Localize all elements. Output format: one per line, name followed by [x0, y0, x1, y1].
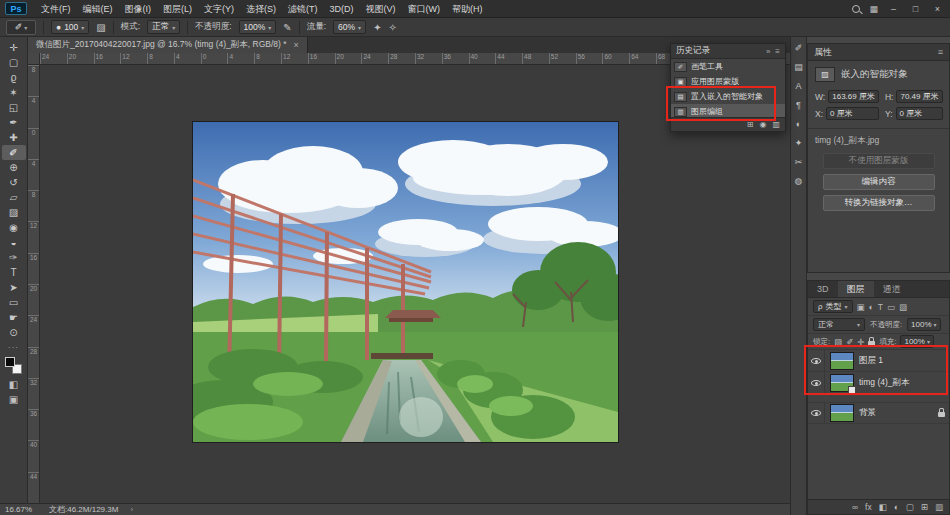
layer-thumbnail[interactable] — [830, 404, 854, 422]
rect-marquee-tool[interactable]: ▢ — [2, 55, 26, 70]
lock-all-icon[interactable] — [868, 341, 875, 346]
brush-settings-panel-icon[interactable]: ✐ — [795, 44, 803, 53]
panel-menu-icon[interactable]: ≡ — [938, 47, 943, 57]
zoom-level-field[interactable]: 16.67% — [5, 505, 37, 514]
brush-tool[interactable]: ✐ — [2, 145, 26, 160]
type-tool[interactable]: T — [2, 265, 26, 280]
panel-tab[interactable]: 3D — [808, 281, 838, 297]
menu-item[interactable]: 帮助(H) — [446, 0, 489, 18]
tool-preset-picker[interactable]: ✐ ▾ — [6, 20, 36, 35]
gradient-tool[interactable]: ▨ — [2, 205, 26, 220]
history-entry[interactable]: ▣ 应用图层蒙版 — [671, 74, 785, 89]
adjustment-layer-icon[interactable]: ◐ — [894, 503, 899, 512]
ruler-origin[interactable] — [28, 53, 40, 65]
dodge-tool[interactable]: ◒ — [2, 235, 26, 250]
brush-settings-toggle-icon[interactable]: ▨ — [96, 22, 105, 33]
pressure-opacity-icon[interactable]: ✎ — [283, 22, 291, 33]
new-group-icon[interactable]: ▢ — [906, 503, 914, 512]
menu-item[interactable]: 3D(D) — [324, 0, 360, 18]
lock-position-icon[interactable]: ✛ — [857, 337, 864, 347]
layer-opacity-field[interactable]: 100% ▾ — [907, 318, 940, 331]
height-field[interactable]: 70.49 厘米 — [896, 90, 942, 103]
lock-pixels-icon[interactable]: ✐ — [846, 337, 853, 347]
clone-stamp-tool[interactable]: ⊕ — [2, 160, 26, 175]
layer-blend-mode-select[interactable]: 正常 ▾ — [813, 318, 865, 331]
layer-effects-icon[interactable]: fx — [865, 503, 872, 512]
menu-item[interactable]: 图层(L) — [157, 0, 198, 18]
workspace-switcher-icon[interactable]: ▦ — [869, 4, 878, 14]
close-button[interactable]: × — [931, 4, 944, 14]
document-tab[interactable]: 微信图片_20170404220017.jpg @ 16.7% (timg (4… — [28, 37, 308, 53]
y-field[interactable]: 0 厘米 — [896, 107, 943, 120]
blend-mode-select[interactable]: 正常 ▾ — [147, 20, 180, 34]
new-layer-icon[interactable]: ⊞ — [921, 503, 928, 512]
airbrush-icon[interactable]: ✦ — [373, 22, 381, 33]
fill-field[interactable]: 100% ▾ — [900, 335, 933, 348]
navigator-panel-icon[interactable]: ◍ — [795, 177, 803, 186]
filter-type-layers-icon[interactable]: T — [878, 302, 883, 312]
restore-button[interactable]: □ — [909, 4, 922, 14]
filter-shape-layers-icon[interactable]: ▭ — [887, 302, 895, 312]
smoothing-icon[interactable]: ✧ — [389, 22, 397, 33]
filter-smart-objects-icon[interactable]: ▨ — [899, 302, 907, 312]
eyedropper-tool[interactable]: ✒ — [2, 115, 26, 130]
collapse-panel-icon[interactable]: » — [766, 47, 770, 56]
layer-thumbnail[interactable] — [830, 352, 854, 370]
flow-select[interactable]: 60% ▾ — [333, 20, 366, 34]
paragraph-panel-icon[interactable]: ¶ — [796, 101, 801, 110]
filter-adjustment-layers-icon[interactable]: ◐ — [869, 302, 874, 312]
adjustments-panel-icon[interactable]: ◐ — [796, 120, 801, 129]
swatches-panel-icon[interactable]: ▤ — [794, 63, 803, 72]
quick-mask-button[interactable]: ◧ — [9, 379, 18, 390]
new-snapshot-icon[interactable]: ◉ — [759, 121, 766, 129]
menu-item[interactable]: 文字(Y) — [198, 0, 240, 18]
layer-row[interactable]: timg (4)_副本 — [808, 372, 949, 394]
filter-type-select[interactable]: ρ 类型 ▾ — [813, 300, 853, 313]
quick-selection-tool[interactable]: ✶ — [2, 85, 26, 100]
canvas-image[interactable] — [193, 122, 618, 442]
edit-contents-button[interactable]: 编辑内容 — [823, 174, 935, 190]
edit-toolbar-icon[interactable]: ··· — [8, 343, 19, 352]
filter-pixel-layers-icon[interactable]: ▣ — [857, 302, 865, 312]
x-field[interactable]: 0 厘米 — [826, 107, 879, 120]
menu-item[interactable]: 编辑(E) — [77, 0, 119, 18]
visibility-toggle[interactable] — [808, 350, 825, 372]
visibility-toggle[interactable] — [808, 372, 825, 394]
brush-preset-picker[interactable]: ● 100 ▾ — [51, 20, 89, 34]
convert-to-linked-button[interactable]: 转换为链接对象… — [823, 195, 935, 211]
minimize-button[interactable]: – — [887, 4, 900, 14]
screen-mode-button[interactable]: ▣ — [9, 394, 18, 405]
crop-tool[interactable]: ◱ — [2, 100, 26, 115]
visibility-toggle[interactable] — [808, 402, 825, 424]
path-selection-tool[interactable]: ➤ — [2, 280, 26, 295]
layer-row[interactable]: 背景 — [808, 402, 949, 424]
lock-transparency-icon[interactable]: ▨ — [834, 337, 842, 347]
styles-panel-icon[interactable]: ✦ — [795, 139, 803, 148]
panel-tab[interactable]: 通道 — [874, 281, 910, 297]
opacity-select[interactable]: 100% ▾ — [239, 20, 277, 34]
blur-tool[interactable]: ◉ — [2, 220, 26, 235]
panel-menu-icon[interactable]: ≡ — [775, 47, 780, 56]
healing-brush-tool[interactable]: ✚ — [2, 130, 26, 145]
zoom-tool[interactable]: ⊙ — [2, 325, 26, 340]
close-document-icon[interactable]: × — [294, 40, 299, 50]
search-icon[interactable] — [852, 5, 860, 13]
character-panel-icon[interactable]: A — [795, 82, 801, 91]
history-entry[interactable]: ▤ 置入嵌入的智能对象 — [671, 89, 785, 104]
color-swatches[interactable] — [5, 357, 23, 375]
width-field[interactable]: 163.69 厘米 — [828, 90, 879, 103]
add-layer-mask-icon[interactable]: ◧ — [879, 503, 887, 512]
layer-row[interactable]: 图层 1 — [808, 350, 949, 372]
history-entry[interactable]: ✐ 画笔工具 — [671, 59, 785, 74]
menu-item[interactable]: 图像(I) — [119, 0, 158, 18]
delete-state-icon[interactable]: ▥ — [772, 121, 780, 129]
new-document-from-state-icon[interactable]: ⊞ — [747, 121, 754, 129]
panel-tab[interactable]: 图层 — [838, 281, 874, 297]
layer-thumbnail[interactable] — [830, 374, 854, 392]
menu-item[interactable]: 选择(S) — [240, 0, 282, 18]
move-tool[interactable]: ✛ — [2, 40, 26, 55]
actions-panel-icon[interactable]: ✂ — [795, 158, 803, 167]
history-brush-tool[interactable]: ↺ — [2, 175, 26, 190]
eraser-tool[interactable]: ▱ — [2, 190, 26, 205]
tab-properties[interactable]: 属性 — [814, 46, 832, 59]
